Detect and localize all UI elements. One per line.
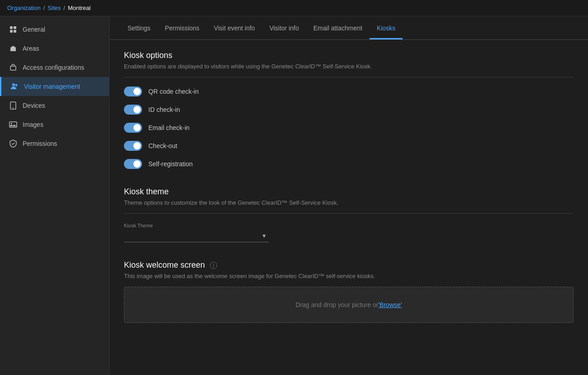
kiosk-welcome-desc: This image will be used as the welcome s… (124, 273, 574, 279)
svg-rect-10 (9, 122, 17, 127)
tab-settings[interactable]: Settings (120, 16, 158, 39)
sidebar-item-devices[interactable]: Devices (0, 96, 109, 115)
main-layout: General Areas Access configurations (0, 16, 588, 375)
dropzone-text: Drag and drop your picture or (296, 301, 379, 308)
svg-marker-4 (10, 46, 16, 51)
sidebar-label-areas: Areas (23, 45, 39, 52)
kiosk-welcome-title: Kiosk welcome screen i (124, 260, 574, 270)
main-content: Settings Permissions Visit event info Vi… (109, 16, 588, 375)
option-checkout: Check-out (124, 141, 574, 151)
qr-code-label: QR code check-in (148, 88, 199, 95)
option-id-checkin: ID check-in (124, 105, 574, 115)
dropzone-browse-link[interactable]: 'Browse' (378, 301, 402, 308)
checkout-toggle[interactable] (124, 141, 142, 151)
breadcrumb-sep1: / (43, 5, 45, 11)
self-registration-label: Self-registration (148, 160, 193, 168)
option-email-checkin: Email check-in (124, 123, 574, 133)
kiosk-options-desc: Enabled options are displayed to visitor… (124, 63, 574, 70)
sidebar: General Areas Access configurations (0, 16, 109, 375)
sidebar-label-general: General (23, 26, 45, 33)
kiosk-theme-dropdown-container: Kiosk Theme ▼ (124, 223, 269, 242)
tab-kiosks[interactable]: Kiosks (370, 16, 403, 39)
svg-rect-0 (10, 26, 13, 29)
access-icon (9, 63, 17, 72)
sidebar-label-visitor: Visitor management (24, 83, 80, 90)
permissions-icon (9, 139, 17, 148)
kiosk-theme-title: Kiosk theme (124, 187, 574, 197)
sidebar-item-images[interactable]: Images (0, 115, 109, 134)
email-checkin-toggle[interactable] (124, 123, 142, 133)
chevron-down-icon: ▼ (261, 233, 267, 239)
breadcrumb-sites[interactable]: Sites (47, 5, 61, 11)
breadcrumb-current: Montreal (68, 5, 91, 11)
kiosk-options-title: Kiosk options (124, 51, 574, 60)
tab-permissions[interactable]: Permissions (158, 16, 207, 39)
images-icon (9, 120, 17, 129)
email-checkin-label: Email check-in (148, 124, 190, 131)
kiosk-theme-section: Kiosk theme Theme options to customize t… (124, 187, 574, 242)
sidebar-label-images: Images (23, 121, 43, 128)
kiosk-theme-dropdown-label: Kiosk Theme (124, 223, 269, 228)
qr-code-toggle[interactable] (124, 87, 142, 96)
svg-point-6 (12, 83, 15, 86)
svg-rect-2 (10, 30, 13, 33)
tab-bar: Settings Permissions Visit event info Vi… (109, 16, 588, 40)
kiosk-theme-dropdown[interactable]: ▼ (124, 229, 269, 242)
id-checkin-toggle[interactable] (124, 105, 142, 115)
content-area: Kiosk options Enabled options are displa… (109, 40, 588, 352)
sidebar-label-devices: Devices (23, 102, 45, 109)
grid-icon (9, 25, 17, 34)
kiosk-theme-divider (124, 213, 574, 214)
topbar: Organization / Sites / Montreal (0, 0, 588, 16)
breadcrumb-sep2: / (63, 5, 65, 11)
info-icon[interactable]: i (210, 262, 217, 269)
tab-visitor-info[interactable]: Visitor info (262, 16, 306, 39)
breadcrumb: Organization / Sites / Montreal (7, 5, 90, 11)
checkout-label: Check-out (148, 142, 177, 149)
visitor-icon (10, 82, 19, 91)
sidebar-item-areas[interactable]: Areas (0, 39, 109, 58)
svg-rect-5 (10, 66, 16, 70)
kiosk-options-section: Kiosk options Enabled options are displa… (124, 51, 574, 169)
tab-visit-event-info[interactable]: Visit event info (207, 16, 262, 39)
sidebar-item-general[interactable]: General (0, 20, 109, 39)
sidebar-label-access: Access configurations (23, 64, 84, 71)
option-qr-code: QR code check-in (124, 87, 574, 96)
breadcrumb-org[interactable]: Organization (7, 5, 41, 11)
tab-email-attachment[interactable]: Email attachment (306, 16, 370, 39)
kiosk-options-divider (124, 77, 574, 77)
svg-rect-3 (14, 30, 16, 33)
sidebar-label-permissions: Permissions (23, 140, 57, 147)
svg-point-9 (13, 107, 14, 108)
option-self-registration: Self-registration (124, 159, 574, 169)
svg-rect-1 (14, 26, 16, 29)
sidebar-item-permissions[interactable]: Permissions (0, 134, 109, 153)
svg-point-7 (15, 84, 18, 87)
svg-point-11 (11, 123, 12, 125)
kiosk-welcome-dropzone[interactable]: Drag and drop your picture or 'Browse' (124, 287, 574, 323)
id-checkin-label: ID check-in (148, 106, 180, 113)
areas-icon (9, 44, 17, 53)
sidebar-item-visitor-management[interactable]: Visitor management (0, 77, 109, 96)
self-registration-toggle[interactable] (124, 159, 142, 169)
sidebar-item-access[interactable]: Access configurations (0, 58, 109, 77)
kiosk-theme-desc: Theme options to customize the look of t… (124, 199, 574, 206)
kiosk-welcome-section: Kiosk welcome screen i This image will b… (124, 260, 574, 323)
device-icon (9, 101, 17, 110)
